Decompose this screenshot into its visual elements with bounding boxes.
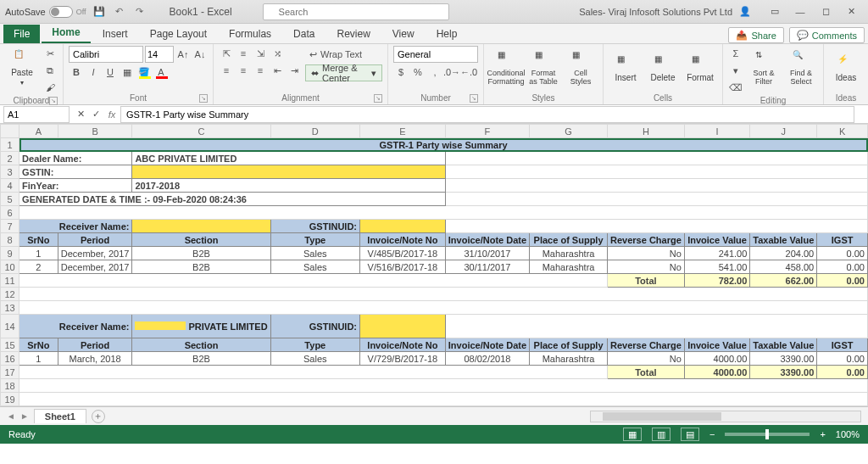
horizontal-scrollbar[interactable] xyxy=(590,411,861,422)
row-header[interactable]: 13 xyxy=(1,301,19,315)
cell-styles-button[interactable]: ▦Cell Styles xyxy=(564,46,598,90)
cancel-formula-icon[interactable]: ✕ xyxy=(73,107,88,122)
finyear-value[interactable]: 2017-2018 xyxy=(132,179,445,193)
row-header[interactable]: 7 xyxy=(1,220,19,233)
align-middle-icon[interactable]: ≡ xyxy=(236,46,251,61)
page-layout-view-icon[interactable]: ▥ xyxy=(652,428,670,441)
align-top-icon[interactable]: ⇱ xyxy=(219,46,234,61)
col-header[interactable]: E xyxy=(360,125,446,138)
tab-help[interactable]: Help xyxy=(426,25,468,43)
format-painter-icon[interactable]: 🖌 xyxy=(42,80,58,95)
normal-view-icon[interactable]: ▦ xyxy=(623,428,642,441)
clear-icon[interactable]: ⌫ xyxy=(728,80,743,95)
generated-timestamp[interactable]: GENERATED DATE & TIME :- 09-Feb-2020 08:… xyxy=(19,193,446,206)
finyear-label[interactable]: FinYear: xyxy=(19,179,132,193)
gstin-label[interactable]: GSTIN: xyxy=(19,165,132,179)
border-icon[interactable]: ▦ xyxy=(120,64,135,80)
comments-button[interactable]: 💬Comments xyxy=(789,27,865,43)
sheet-nav-prev-icon[interactable]: ◄ xyxy=(7,411,15,421)
ribbon-options-icon[interactable]: ▭ xyxy=(763,3,787,20)
insert-cells-button[interactable]: ▦Insert xyxy=(609,46,643,90)
th-rc[interactable]: Reverse Charge xyxy=(608,233,685,247)
th-pos[interactable]: Place of Supply xyxy=(530,233,608,247)
col-header[interactable]: C xyxy=(132,125,270,138)
user-icon[interactable]: 👤 xyxy=(737,4,753,20)
col-header[interactable]: A xyxy=(19,125,58,138)
row-header[interactable]: 12 xyxy=(1,288,19,301)
row-header[interactable]: 3 xyxy=(1,165,19,179)
search-input[interactable] xyxy=(263,3,449,20)
row-header[interactable]: 4 xyxy=(1,179,19,193)
tab-view[interactable]: View xyxy=(382,25,425,43)
dialog-launcher-icon[interactable]: ↘ xyxy=(199,94,208,103)
tab-formulas[interactable]: Formulas xyxy=(219,25,281,43)
italic-icon[interactable]: I xyxy=(86,64,101,80)
formula-input[interactable] xyxy=(120,106,854,123)
worksheet-grid[interactable]: A B C D E F G H I J K 1 GSTR-1 Party wis… xyxy=(0,124,868,406)
percent-icon[interactable]: % xyxy=(410,64,426,80)
col-header[interactable]: F xyxy=(445,125,529,138)
indent-decrease-icon[interactable]: ⇤ xyxy=(270,63,285,78)
receiver-label[interactable]: Receiver Name: xyxy=(19,315,132,338)
indent-increase-icon[interactable]: ⇥ xyxy=(287,63,302,78)
row-header[interactable]: 11 xyxy=(1,274,19,288)
worksheet-area[interactable]: A B C D E F G H I J K 1 GSTR-1 Party wis… xyxy=(0,124,868,406)
th-period[interactable]: Period xyxy=(58,233,132,247)
col-header[interactable]: K xyxy=(817,125,868,138)
gstinuid-value[interactable] xyxy=(360,315,446,338)
dialog-launcher-icon[interactable]: ↘ xyxy=(49,97,58,105)
paste-button[interactable]: 📋Paste▾ xyxy=(5,46,39,90)
underline-icon[interactable]: U xyxy=(103,64,118,80)
align-bottom-icon[interactable]: ⇲ xyxy=(253,46,268,61)
th-tax[interactable]: Taxable Value xyxy=(750,233,817,247)
wrap-text-button[interactable]: ↩ Wrap Text xyxy=(305,47,366,62)
autosum-icon[interactable]: Σ xyxy=(728,46,743,61)
row-header[interactable]: 17 xyxy=(1,366,19,379)
format-cells-button[interactable]: ▦Format xyxy=(683,46,717,90)
align-center-icon[interactable]: ≡ xyxy=(236,63,251,78)
th-invdate[interactable]: Invoice/Note Date xyxy=(445,233,529,247)
fill-icon[interactable]: ▾ xyxy=(728,63,743,78)
account-name[interactable]: Sales- Viraj Infosoft Solutions Pvt Ltd xyxy=(579,7,732,17)
col-header[interactable]: D xyxy=(270,125,359,138)
number-format-select[interactable] xyxy=(393,46,478,63)
save-icon[interactable]: 💾 xyxy=(92,4,107,20)
slider-thumb[interactable] xyxy=(765,429,769,439)
zoom-slider[interactable] xyxy=(725,433,810,436)
table-row[interactable]: 9 1 December, 2017 B2B Sales V/485/B/201… xyxy=(1,247,868,260)
row-header[interactable]: 10 xyxy=(1,260,19,274)
accounting-icon[interactable]: $ xyxy=(393,64,409,80)
decrease-decimal-icon[interactable]: ←.0 xyxy=(461,64,476,80)
align-left-icon[interactable]: ≡ xyxy=(219,63,234,78)
th-igst[interactable]: IGST xyxy=(817,233,868,247)
file-tab[interactable]: File xyxy=(3,25,40,43)
bold-icon[interactable]: B xyxy=(69,64,84,80)
ideas-button[interactable]: ⚡Ideas xyxy=(829,46,863,90)
comma-icon[interactable]: , xyxy=(427,64,442,80)
delete-cells-button[interactable]: ▦Delete xyxy=(646,46,680,90)
col-header[interactable]: J xyxy=(750,125,817,138)
th-section[interactable]: Section xyxy=(132,233,270,247)
fill-color-icon[interactable]: 🪣 xyxy=(136,64,152,80)
col-header[interactable]: I xyxy=(684,125,749,138)
col-header[interactable]: H xyxy=(608,125,685,138)
th-type[interactable]: Type xyxy=(270,233,359,247)
copy-icon[interactable]: ⧉ xyxy=(42,63,58,78)
autosave-toggle[interactable]: AutoSave Off xyxy=(5,6,86,18)
row-header[interactable]: 8 xyxy=(1,233,19,247)
column-headers[interactable]: A B C D E F G H I J K xyxy=(1,125,868,138)
tab-review[interactable]: Review xyxy=(326,25,380,43)
row-header[interactable]: 6 xyxy=(1,206,19,220)
sheet-nav-next-icon[interactable]: ► xyxy=(20,411,29,421)
font-size-input[interactable] xyxy=(145,46,174,63)
find-select-button[interactable]: 🔍Find & Select xyxy=(784,46,818,90)
font-name-input[interactable] xyxy=(69,46,143,63)
tab-data[interactable]: Data xyxy=(283,25,325,43)
dealer-label[interactable]: Dealer Name: xyxy=(19,152,132,165)
col-header[interactable]: G xyxy=(530,125,608,138)
dialog-launcher-icon[interactable]: ↘ xyxy=(374,94,382,103)
th-invno[interactable]: Invoice/Note No xyxy=(360,233,446,247)
row-header[interactable]: 15 xyxy=(1,338,19,352)
row-header[interactable]: 1 xyxy=(1,138,19,152)
gstinuid-label[interactable]: GSTINUID: xyxy=(270,220,359,233)
